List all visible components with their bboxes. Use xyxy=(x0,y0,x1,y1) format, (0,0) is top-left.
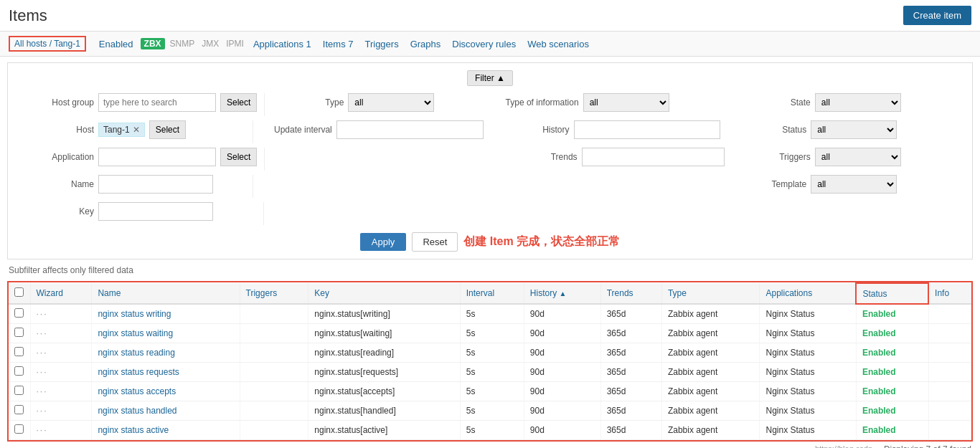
row-select-checkbox-0[interactable] xyxy=(14,308,24,318)
host-group-input[interactable] xyxy=(98,93,216,112)
col-info[interactable]: Info xyxy=(928,283,971,304)
table-row: ··· nginx status writing nginx.status[wr… xyxy=(9,304,971,324)
apply-button[interactable]: Apply xyxy=(360,233,407,251)
col-type[interactable]: Type xyxy=(661,283,760,304)
table-row: ··· nginx status active nginx.status[act… xyxy=(9,421,971,440)
row-name[interactable]: nginx status handled xyxy=(92,401,240,421)
host-group-select-button[interactable]: Select xyxy=(220,93,257,112)
status-select[interactable]: all xyxy=(811,120,897,139)
top-bar: Items Create item xyxy=(0,0,980,32)
tab-graphs[interactable]: Graphs xyxy=(406,37,446,51)
template-select[interactable]: all xyxy=(811,175,897,194)
row-triggers xyxy=(240,421,308,440)
host-select-button[interactable]: Select xyxy=(149,120,186,139)
col-triggers[interactable]: Triggers xyxy=(240,283,308,304)
col-interval[interactable]: Interval xyxy=(460,283,524,304)
tab-enabled[interactable]: Enabled xyxy=(95,37,138,51)
row-select-checkbox-5[interactable] xyxy=(14,405,24,414)
items-table: Wizard Name Triggers Key Interval Histor… xyxy=(9,282,971,440)
row-checkbox[interactable] xyxy=(9,304,30,324)
trends-input[interactable] xyxy=(582,148,725,166)
tab-web-scenarios[interactable]: Web scenarios xyxy=(523,37,593,51)
row-name[interactable]: nginx status waiting xyxy=(92,324,240,343)
create-item-button[interactable]: Create item xyxy=(903,6,971,25)
row-name[interactable]: nginx status active xyxy=(92,421,240,440)
triggers-select[interactable]: all xyxy=(815,148,901,166)
row-status[interactable]: Enabled xyxy=(856,382,928,401)
row-status[interactable]: Enabled xyxy=(856,421,928,440)
row-checkbox[interactable] xyxy=(9,421,30,440)
row-select-checkbox-2[interactable] xyxy=(14,347,24,356)
row-select-checkbox-4[interactable] xyxy=(14,386,24,395)
col-applications[interactable]: Applications xyxy=(760,283,856,304)
col-status[interactable]: Status xyxy=(856,283,928,304)
row-checkbox[interactable] xyxy=(9,324,30,343)
row-select-checkbox-3[interactable] xyxy=(14,366,24,376)
badge-jmx: JMX xyxy=(199,38,221,49)
row-status[interactable]: Enabled xyxy=(856,363,928,382)
history-input[interactable] xyxy=(574,120,721,139)
row-type: Zabbix agent xyxy=(661,363,760,382)
row-checkbox[interactable] xyxy=(9,401,30,421)
row-status[interactable]: Enabled xyxy=(856,343,928,363)
row-info xyxy=(928,324,971,343)
name-input[interactable] xyxy=(98,175,213,194)
col-name[interactable]: Name xyxy=(92,283,240,304)
row-wizard[interactable]: ··· xyxy=(30,324,92,343)
row-triggers xyxy=(240,343,308,363)
row-checkbox[interactable] xyxy=(9,363,30,382)
key-input[interactable] xyxy=(98,202,213,221)
row-status[interactable]: Enabled xyxy=(856,304,928,324)
state-select[interactable]: all xyxy=(815,93,901,112)
col-history[interactable]: History ▲ xyxy=(524,283,600,304)
row-key: nginx.status[active] xyxy=(308,421,460,440)
badge-snmp: SNMP xyxy=(168,38,197,49)
type-select[interactable]: all xyxy=(348,93,434,112)
reset-button[interactable]: Reset xyxy=(412,232,458,252)
host-tag-remove[interactable]: ✕ xyxy=(133,125,140,135)
row-wizard[interactable]: ··· xyxy=(30,343,92,363)
filter-actions: Apply Reset 创建 Item 完成，状态全部正常 xyxy=(15,232,965,252)
row-applications: Nginx Status xyxy=(760,382,856,401)
update-interval-input[interactable] xyxy=(336,120,484,139)
row-checkbox[interactable] xyxy=(9,382,30,401)
application-input[interactable] xyxy=(98,148,216,166)
row-name[interactable]: nginx status reading xyxy=(92,343,240,363)
row-name[interactable]: nginx status requests xyxy=(92,363,240,382)
row-wizard[interactable]: ··· xyxy=(30,401,92,421)
filter-header: Filter ▲ xyxy=(15,70,965,86)
badge-zbx: ZBX xyxy=(141,38,165,49)
footer: https://blog.csdn... Displaying 7 of 7 f… xyxy=(0,442,980,448)
breadcrumb[interactable]: All hosts / Tang-1 xyxy=(9,36,86,52)
row-status[interactable]: Enabled xyxy=(856,401,928,421)
tab-triggers[interactable]: Triggers xyxy=(360,37,402,51)
row-name[interactable]: nginx status accepts xyxy=(92,382,240,401)
col-trends[interactable]: Trends xyxy=(600,283,661,304)
row-select-checkbox-1[interactable] xyxy=(14,328,24,337)
row-name[interactable]: nginx status writing xyxy=(92,304,240,324)
filter-toggle-button[interactable]: Filter ▲ xyxy=(467,70,513,86)
row-interval: 5s xyxy=(460,401,524,421)
name-label: Name xyxy=(22,179,94,189)
tab-items[interactable]: Items 7 xyxy=(319,37,358,51)
badge-ipmi: IPMI xyxy=(224,38,246,49)
row-wizard[interactable]: ··· xyxy=(30,304,92,324)
table-row: ··· nginx status accepts nginx.status[ac… xyxy=(9,382,971,401)
row-wizard[interactable]: ··· xyxy=(30,363,92,382)
tab-applications[interactable]: Applications 1 xyxy=(249,37,316,51)
row-wizard[interactable]: ··· xyxy=(30,421,92,440)
type-of-info-select[interactable]: all xyxy=(583,93,669,112)
row-key: nginx.status[waiting] xyxy=(308,324,460,343)
row-info xyxy=(928,343,971,363)
row-checkbox[interactable] xyxy=(9,343,30,363)
col-key[interactable]: Key xyxy=(308,283,460,304)
col-wizard[interactable]: Wizard xyxy=(30,283,92,304)
row-wizard[interactable]: ··· xyxy=(30,382,92,401)
col-checkbox[interactable] xyxy=(9,283,30,304)
row-triggers xyxy=(240,304,308,324)
row-status[interactable]: Enabled xyxy=(856,324,928,343)
tab-discovery-rules[interactable]: Discovery rules xyxy=(448,37,520,51)
row-select-checkbox-6[interactable] xyxy=(14,424,24,434)
application-select-button[interactable]: Select xyxy=(220,148,257,166)
select-all-checkbox[interactable] xyxy=(14,287,24,297)
